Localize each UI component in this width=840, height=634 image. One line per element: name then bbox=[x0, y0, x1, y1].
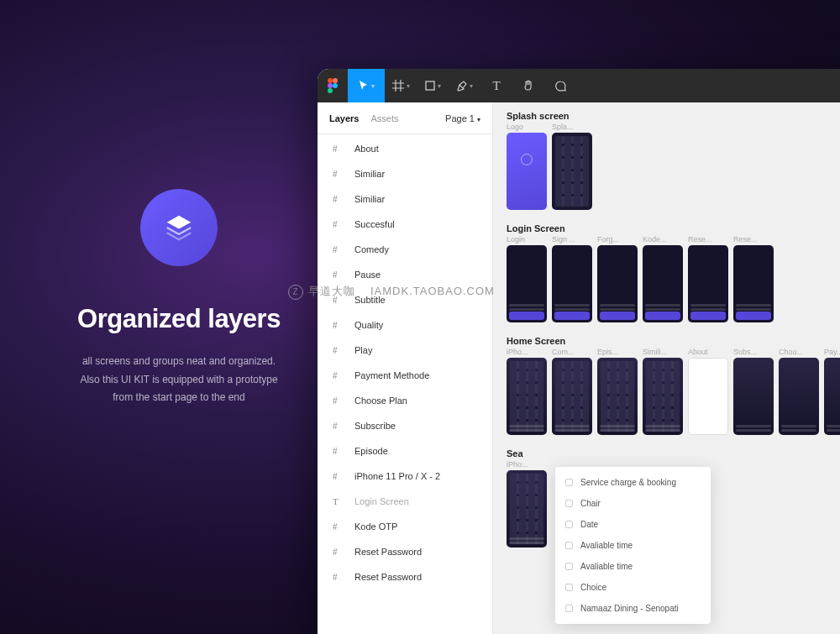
hand-tool[interactable] bbox=[512, 69, 544, 102]
layer-label: Choose Plan bbox=[354, 396, 407, 406]
layer-label: Pause bbox=[354, 270, 381, 280]
layer-label: Similiar bbox=[354, 194, 385, 204]
screen-thumbnail[interactable] bbox=[643, 358, 683, 435]
frame-tool[interactable]: ▾ bbox=[385, 69, 417, 102]
screen-label: Subs... bbox=[733, 348, 774, 356]
comment-tool[interactable] bbox=[544, 69, 576, 102]
frame-icon: # bbox=[333, 321, 346, 330]
frame-icon: # bbox=[333, 170, 346, 179]
layer-row[interactable]: #Comedy bbox=[318, 237, 492, 262]
dropdown-label: Avaliable time bbox=[580, 562, 633, 571]
layer-row[interactable]: #Reset Password bbox=[318, 539, 492, 564]
figma-logo-icon[interactable] bbox=[318, 69, 348, 102]
move-tool[interactable]: ▾ bbox=[348, 69, 385, 102]
frame-icon: # bbox=[333, 472, 346, 481]
layer-row[interactable]: #Play bbox=[318, 338, 492, 363]
layer-row[interactable]: #iPhone 11 Pro / X - 2 bbox=[318, 464, 492, 489]
layer-row[interactable]: #Kode OTP bbox=[318, 514, 492, 539]
layer-label: Quality bbox=[354, 320, 383, 330]
canvas-section: Login ScreenLoginSign ...Forg...Kode...R… bbox=[507, 223, 840, 322]
layer-row[interactable]: #Pause bbox=[318, 262, 492, 287]
layer-row[interactable]: #Subscribe bbox=[318, 413, 492, 438]
layer-list: #About#Similiar#Similiar#Succesful#Comed… bbox=[318, 134, 492, 634]
screen-label: Logo bbox=[507, 123, 547, 131]
screen-thumbnail[interactable] bbox=[507, 133, 547, 210]
screen-thumbnail[interactable] bbox=[507, 358, 547, 435]
screen-label: Spla... bbox=[552, 123, 592, 131]
canvas-section: Home ScreeniPho...Com...Epis...Simili...… bbox=[507, 336, 840, 435]
shape-tool[interactable]: ▾ bbox=[417, 69, 449, 102]
frame-icon: # bbox=[333, 371, 346, 380]
dropdown-item[interactable]: Namaaz Dining - Senopati bbox=[555, 598, 711, 619]
screen-label: Pay... bbox=[824, 348, 840, 356]
frame-icon: # bbox=[333, 144, 346, 154]
pen-tool[interactable]: ▾ bbox=[449, 69, 480, 102]
toolbar: ▾ ▾ ▾ ▾ T Drafts / Movie stre bbox=[318, 69, 840, 102]
dropdown-item[interactable]: Choice bbox=[555, 577, 711, 598]
screen-thumbnail[interactable] bbox=[597, 245, 638, 322]
screen-thumbnail[interactable] bbox=[688, 358, 728, 435]
screen-thumbnail[interactable] bbox=[643, 245, 683, 322]
layer-row[interactable]: #Similiar bbox=[318, 186, 492, 212]
screen-label: Sign ... bbox=[552, 235, 592, 244]
screen-thumbnail[interactable] bbox=[824, 358, 840, 435]
checkbox-icon bbox=[565, 479, 573, 486]
screen-label: Kode... bbox=[643, 235, 683, 244]
svg-point-3 bbox=[333, 83, 338, 88]
frame-icon: # bbox=[333, 245, 346, 254]
promo-title: Organized layers bbox=[57, 304, 301, 334]
screen-label: Epis... bbox=[597, 348, 638, 356]
tab-assets[interactable]: Assets bbox=[370, 113, 398, 123]
text-tool[interactable]: T bbox=[480, 69, 512, 102]
screen-thumbnail[interactable] bbox=[733, 358, 774, 435]
promo-panel: Organized layers all screens and groups … bbox=[57, 189, 301, 407]
screen-thumbnail[interactable] bbox=[552, 133, 592, 210]
section-title: Sea bbox=[507, 448, 840, 458]
screen-thumbnail[interactable] bbox=[779, 358, 819, 435]
canvas-section: Splash screenLogoSpla... bbox=[507, 111, 840, 210]
dropdown-item[interactable]: Avaliable time bbox=[555, 556, 711, 577]
dropdown-item[interactable]: Avaliable time bbox=[555, 535, 711, 556]
layer-row[interactable]: #Episode bbox=[318, 438, 492, 464]
frame-icon: # bbox=[333, 346, 346, 355]
screen-thumbnail[interactable] bbox=[507, 245, 547, 322]
layer-label: Succesful bbox=[354, 219, 395, 229]
layer-row[interactable]: #About bbox=[318, 136, 492, 161]
screen-thumbnail[interactable] bbox=[688, 245, 728, 322]
screen-thumbnail[interactable] bbox=[552, 358, 592, 435]
frame-icon: # bbox=[333, 296, 346, 305]
dropdown-item[interactable]: Chair bbox=[555, 493, 711, 514]
page-selector[interactable]: Page 1 ▾ bbox=[445, 113, 480, 123]
layer-label: Play bbox=[354, 345, 372, 355]
layer-row[interactable]: #Quality bbox=[318, 312, 492, 338]
context-dropdown[interactable]: Service charge & bookingChairDateAvaliab… bbox=[555, 467, 711, 624]
tab-layers[interactable]: Layers bbox=[329, 113, 359, 123]
frame-icon: # bbox=[333, 270, 346, 280]
checkbox-icon bbox=[565, 500, 573, 507]
screen-thumbnail[interactable] bbox=[597, 358, 638, 435]
screen-thumbnail[interactable] bbox=[552, 245, 592, 322]
dropdown-item[interactable]: Service charge & booking bbox=[555, 472, 711, 493]
layer-row[interactable]: #Choose Plan bbox=[318, 388, 492, 413]
layer-row[interactable]: #Subtitle bbox=[318, 287, 492, 312]
layers-sidebar: Layers Assets Page 1 ▾ #About#Similiar#S… bbox=[318, 102, 493, 634]
checkbox-icon bbox=[565, 584, 573, 591]
layer-row[interactable]: #Similiar bbox=[318, 161, 492, 186]
checkbox-icon bbox=[565, 605, 573, 612]
dropdown-label: Service charge & booking bbox=[580, 478, 676, 487]
layer-label: Subscribe bbox=[354, 421, 396, 431]
frame-icon: # bbox=[333, 522, 346, 532]
section-title: Home Screen bbox=[507, 336, 840, 346]
screen-thumbnail[interactable] bbox=[733, 245, 774, 322]
screen-label: Simili... bbox=[643, 348, 683, 356]
screen-thumbnail[interactable] bbox=[507, 470, 547, 548]
layers-hero-icon bbox=[140, 189, 218, 266]
frame-icon: # bbox=[333, 548, 346, 557]
layer-row[interactable]: TLogin Screen bbox=[318, 489, 492, 514]
layer-row[interactable]: #Payment Methode bbox=[318, 363, 492, 388]
layer-row[interactable]: #Succesful bbox=[318, 212, 492, 237]
svg-point-2 bbox=[328, 83, 333, 88]
layer-row[interactable]: #Reset Password bbox=[318, 564, 492, 589]
dropdown-item[interactable]: Date bbox=[555, 514, 711, 535]
dropdown-label: Date bbox=[580, 520, 598, 529]
